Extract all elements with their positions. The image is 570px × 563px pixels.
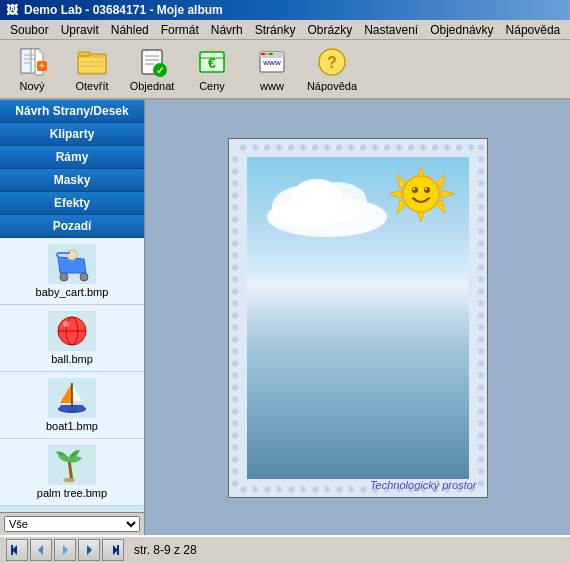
nav-next-light-button[interactable] [54,539,76,561]
order-icon: ✓ [136,46,168,78]
svg-text:❄: ❄ [477,382,485,393]
menu-upravit[interactable]: Upravit [55,21,105,39]
svg-text:❄: ❄ [419,142,427,153]
svg-rect-10 [78,52,90,56]
list-item[interactable]: palm tree.bmp [0,439,144,506]
svg-text:❄: ❄ [347,142,355,153]
svg-text:❄: ❄ [231,166,239,177]
svg-text:❄: ❄ [477,226,485,237]
www-label: www [260,80,284,92]
sidebar-btn-efekty[interactable]: Efekty [0,192,144,215]
menu-objednavky[interactable]: Objednávky [424,21,499,39]
www-button[interactable]: www www [246,44,298,94]
svg-text:❄: ❄ [477,178,485,189]
menu-navrh[interactable]: Návrh [205,21,249,39]
svg-text:✓: ✓ [156,65,164,76]
item-icon-palm-tree [48,445,96,485]
list-item[interactable]: ball.bmp [0,305,144,372]
svg-text:❄: ❄ [477,166,485,177]
svg-text:❄: ❄ [231,298,239,309]
svg-text:❄: ❄ [477,202,485,213]
nav-first-button[interactable] [6,539,28,561]
svg-text:❄: ❄ [299,142,307,153]
help-icon: ? [316,46,348,78]
svg-text:❄: ❄ [347,484,355,495]
svg-text:www: www [262,58,281,67]
sidebar-btn-pozadi[interactable]: Pozadí [0,215,144,238]
nav-status: str. 8-9 z 28 [134,543,197,557]
svg-text:❄: ❄ [231,358,239,369]
price-button[interactable]: € Ceny [186,44,238,94]
nav-next-dark-button[interactable] [78,539,100,561]
svg-text:?: ? [327,54,337,71]
svg-marker-39 [60,383,72,403]
item-icon-boat [48,378,96,418]
nav-prev-button[interactable] [30,539,52,561]
svg-text:❄: ❄ [443,142,451,153]
page-canvas: ❄❄❄ ❄❄❄ ❄❄❄ ❄❄❄ ❄❄❄ ❄❄❄ ❄❄❄ ❄❄❄ ❄❄❄ ❄❄❄ … [228,138,488,498]
price-icon: € [196,46,228,78]
nav-last-button[interactable] [102,539,124,561]
svg-text:❄: ❄ [477,214,485,225]
svg-text:❄: ❄ [477,190,485,201]
sidebar-btn-masky[interactable]: Masky [0,169,144,192]
main-area: Návrh Strany/Desek Kliparty Rámy Masky E… [0,100,570,535]
svg-text:❄: ❄ [323,142,331,153]
svg-rect-11 [79,58,105,72]
menu-nahled[interactable]: Náhled [105,21,155,39]
svg-text:❄: ❄ [477,370,485,381]
help-button[interactable]: ? Nápověda [306,44,358,94]
svg-text:❄: ❄ [231,250,239,261]
svg-text:❄: ❄ [231,190,239,201]
filter-select[interactable]: Vše Příroda Děti Sport [4,516,140,532]
svg-text:❄: ❄ [477,250,485,261]
menu-soubor[interactable]: Soubor [4,21,55,39]
svg-text:❄: ❄ [231,178,239,189]
sidebar-btn-navrh[interactable]: Návrh Strany/Desek [0,100,144,123]
menu-nastaveni[interactable]: Nastavení [358,21,424,39]
new-icon: + [16,46,48,78]
open-button[interactable]: Otevřít [66,44,118,94]
sidebar-btn-ramy[interactable]: Rámy [0,146,144,169]
svg-text:❄: ❄ [477,478,485,489]
svg-text:❄: ❄ [231,310,239,321]
svg-text:❄: ❄ [231,430,239,441]
svg-text:❄: ❄ [231,418,239,429]
menu-obrazky[interactable]: Obrázky [301,21,358,39]
list-item[interactable]: boat1.bmp [0,372,144,439]
svg-text:❄: ❄ [231,346,239,357]
title-text: Demo Lab - 03684171 - Moje album [24,3,223,17]
svg-point-173 [425,188,427,190]
svg-text:❄: ❄ [467,142,475,153]
svg-text:❄: ❄ [477,154,485,165]
www-icon: www [256,46,288,78]
svg-point-38 [63,321,69,327]
svg-text:❄: ❄ [231,202,239,213]
svg-text:❄: ❄ [299,484,307,495]
menu-napoveda[interactable]: Nápověda [500,21,567,39]
svg-text:❄: ❄ [431,142,439,153]
app-icon: 🖼 [6,3,18,17]
svg-text:❄: ❄ [477,406,485,417]
svg-text:❄: ❄ [251,142,259,153]
svg-text:❄: ❄ [323,484,331,495]
menu-format[interactable]: Formát [155,21,205,39]
sidebar-filter: Vše Příroda Děti Sport [0,512,144,535]
svg-text:€: € [208,55,216,71]
sidebar-list: baby_cart.bmp ball.bmp [0,238,144,512]
svg-point-32 [80,273,88,281]
svg-text:❄: ❄ [239,142,247,153]
svg-text:❄: ❄ [231,214,239,225]
new-button[interactable]: + Nový [6,44,58,94]
svg-text:❄: ❄ [231,322,239,333]
order-button[interactable]: ✓ Objednat [126,44,178,94]
svg-marker-164 [441,190,454,198]
svg-text:❄: ❄ [477,358,485,369]
svg-point-31 [60,273,68,281]
sidebar-btn-kliparty[interactable]: Kliparty [0,123,144,146]
list-item[interactable]: baby_cart.bmp [0,238,144,305]
svg-rect-1 [21,49,31,73]
svg-text:❄: ❄ [477,466,485,477]
menu-stranky[interactable]: Stránky [249,21,302,39]
title-bar: 🖼 Demo Lab - 03684171 - Moje album [0,0,570,20]
